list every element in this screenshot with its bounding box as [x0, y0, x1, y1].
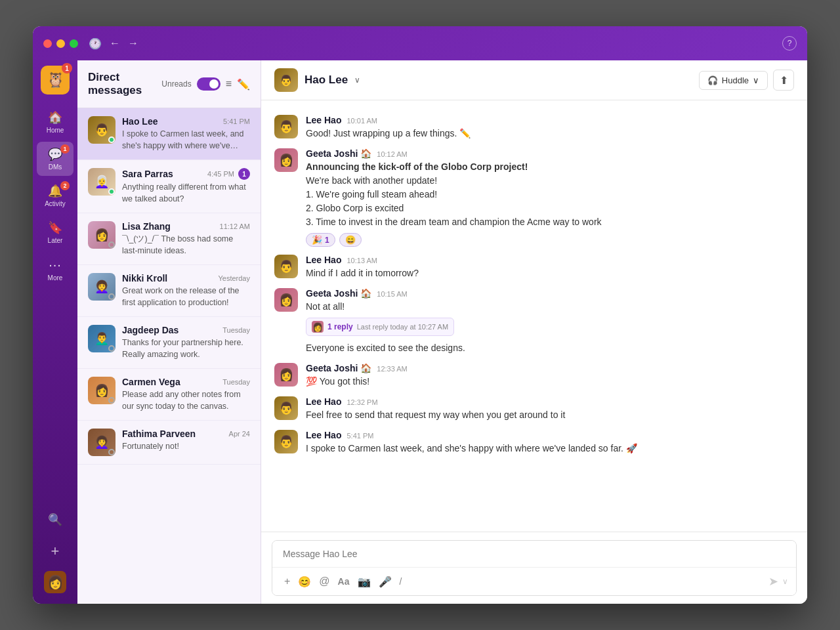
add-button[interactable]: +: [43, 539, 67, 563]
msg-content: Lee Hao 5:41 PM I spoke to Carmen last w…: [306, 430, 794, 455]
msg-text: Feel free to send that request my way wh…: [306, 408, 794, 422]
msg-time: 5:41 PM: [346, 432, 373, 440]
huddle-label: Huddle: [722, 75, 749, 85]
continued-message: Everyone is excited to see the designs.: [306, 340, 794, 359]
reaction-count: 1: [325, 236, 329, 245]
msg-header: Lee Hao 5:41 PM: [306, 430, 794, 440]
chat-header-right: 🎧 Huddle ∨ ⬆: [699, 70, 794, 91]
dm-item-fathima-parveen[interactable]: 👩‍🦱 Fathima Parveen Apr 24 Fortunately n…: [77, 421, 261, 465]
dm-list-title: Direct messages: [88, 71, 161, 97]
offline-indicator: [108, 242, 115, 248]
dm-item-carmen-vega[interactable]: 👩 Carmen Vega Tuesday Please add any oth…: [77, 369, 261, 421]
maximize-button[interactable]: [70, 39, 78, 48]
emoji-tool-icon[interactable]: 😊: [294, 573, 315, 591]
sidebar-item-later[interactable]: 🔖 Later: [37, 215, 74, 249]
sidebar-item-dms[interactable]: 1 💬 DMs: [37, 142, 74, 176]
chat-recipient-name: Hao Lee: [304, 74, 348, 87]
thread-reply[interactable]: 👩 1 reply Last reply today at 10:27 AM: [306, 318, 454, 336]
dm-item-jagdeep-das[interactable]: 👨‍🦱 Jagdeep Das Tuesday Thanks for your …: [77, 317, 261, 369]
offline-indicator: [108, 449, 115, 455]
message-input[interactable]: [272, 541, 796, 567]
app-icon[interactable]: 🦉 1: [41, 66, 70, 94]
dm-name: Hao Lee: [122, 116, 158, 127]
dm-item-hao-lee[interactable]: 👨 Hao Lee 5:41 PM I spoke to Carmen last…: [77, 108, 261, 160]
back-button[interactable]: ←: [110, 37, 120, 49]
dm-name: Lisa Zhang: [122, 221, 171, 232]
unreads-toggle[interactable]: [197, 77, 220, 91]
msg-text: Good! Just wrapping up a few things. ✏️: [306, 127, 794, 140]
headphones-icon: 🎧: [707, 75, 718, 85]
traffic-lights: [43, 39, 78, 48]
user-avatar[interactable]: 👩: [44, 571, 66, 593]
msg-avatar: 👨: [274, 255, 298, 278]
dm-content-fathima-parveen: Fathima Parveen Apr 24 Fortunately not!: [122, 429, 250, 453]
slash-tool-icon[interactable]: /: [396, 574, 406, 589]
add-tool-icon[interactable]: +: [280, 573, 294, 590]
reactions: 🎉 1 😄: [306, 233, 794, 247]
offline-indicator: [108, 345, 115, 352]
dm-top: Nikki Kroll Yesterday: [122, 273, 250, 284]
dm-top: Fathima Parveen Apr 24: [122, 429, 250, 439]
msg-time: 12:33 AM: [377, 365, 407, 373]
minimize-button[interactable]: [56, 39, 65, 48]
msg-author: Geeta Joshi 🏠: [306, 148, 371, 159]
mention-tool-icon[interactable]: @: [315, 573, 333, 590]
activity-label: Activity: [45, 200, 66, 207]
search-button[interactable]: 🔍: [43, 508, 67, 532]
msg-time: 10:01 AM: [346, 117, 377, 125]
text-format-tool-icon[interactable]: Aa: [334, 574, 354, 589]
history-icon[interactable]: 🕐: [89, 37, 102, 50]
reaction-party[interactable]: 🎉 1: [306, 233, 335, 247]
app-badge: 1: [62, 63, 72, 74]
msg-avatar: 👨: [274, 115, 298, 138]
more-icon: ···: [49, 257, 62, 272]
msg-header: Geeta Joshi 🏠 10:12 AM: [306, 148, 794, 159]
video-tool-icon[interactable]: 📷: [354, 573, 375, 591]
dm-item-nikki-kroll[interactable]: 👩‍🦱 Nikki Kroll Yesterday Great work on …: [77, 265, 261, 317]
dm-content-carmen-vega: Carmen Vega Tuesday Please add any other…: [122, 377, 250, 412]
dm-item-sara-parras[interactable]: 👩‍🦳 Sara Parras 4:45 PM 1 Anything reall…: [77, 160, 261, 213]
reaction-smile[interactable]: 😄: [339, 233, 362, 247]
dm-content-sara-parras: Sara Parras 4:45 PM 1 Anything really di…: [122, 168, 250, 205]
online-indicator: [108, 188, 115, 195]
dm-top: Hao Lee 5:41 PM: [122, 116, 250, 127]
dm-content-jagdeep-das: Jagdeep Das Tuesday Thanks for your part…: [122, 325, 250, 360]
share-button[interactable]: ⬆: [773, 70, 794, 91]
dm-list-header: Direct messages Unreads ≡ ✏️: [77, 60, 261, 108]
sidebar-item-home[interactable]: 🏠 Home: [37, 105, 74, 139]
thread-reply-time: Last reply today at 10:27 AM: [357, 323, 448, 331]
dm-time: 4:45 PM: [207, 170, 234, 178]
msg-avatar: 👩: [274, 148, 298, 172]
activity-badge: 2: [60, 181, 70, 190]
title-bar: 🕐 ← → ?: [33, 26, 807, 60]
thread-reply-count: 1 reply: [327, 322, 353, 331]
send-button[interactable]: ➤: [766, 572, 781, 591]
online-indicator: [108, 136, 115, 143]
chevron-down-icon[interactable]: ∨: [354, 75, 360, 85]
huddle-button[interactable]: 🎧 Huddle ∨: [699, 71, 768, 90]
filter-icon[interactable]: ≡: [226, 78, 232, 90]
compose-icon[interactable]: ✏️: [237, 78, 250, 91]
msg-text: Mind if I add it in tomorrow?: [306, 266, 794, 280]
message-geeta-3: 👩 Geeta Joshi 🏠 12:33 AM 💯 You got this!: [274, 359, 794, 392]
dm-time: 5:41 PM: [223, 117, 250, 125]
close-button[interactable]: [43, 39, 52, 48]
sidebar-item-more[interactable]: ··· More: [37, 252, 74, 287]
message-geeta-2: 👩 Geeta Joshi 🏠 10:15 AM Not at all! 👩: [274, 284, 794, 340]
later-label: Later: [48, 237, 63, 244]
dm-item-lisa-zhang[interactable]: 👩 Lisa Zhang 11:12 AM ¯\_(ツ)_/¯ The boss…: [77, 213, 261, 265]
help-button[interactable]: ?: [782, 36, 797, 51]
msg-text: Not at all!: [306, 300, 794, 314]
sidebar-bottom: 🔍 + 👩: [43, 508, 67, 598]
msg-time: 12:32 PM: [346, 398, 377, 406]
msg-author: Lee Hao: [306, 255, 341, 265]
home-icon: 🏠: [48, 110, 62, 125]
send-chevron-icon[interactable]: ∨: [782, 577, 788, 586]
sidebar-item-activity[interactable]: 2 🔔 Activity: [37, 178, 74, 213]
audio-tool-icon[interactable]: 🎤: [375, 573, 396, 591]
forward-button[interactable]: →: [128, 37, 138, 49]
dm-preview: Please add any other notes from our sync…: [122, 389, 250, 412]
msg-avatar: 👨: [274, 396, 298, 420]
offline-indicator: [108, 397, 115, 404]
dm-avatar-nikki-kroll: 👩‍🦱: [88, 273, 116, 301]
